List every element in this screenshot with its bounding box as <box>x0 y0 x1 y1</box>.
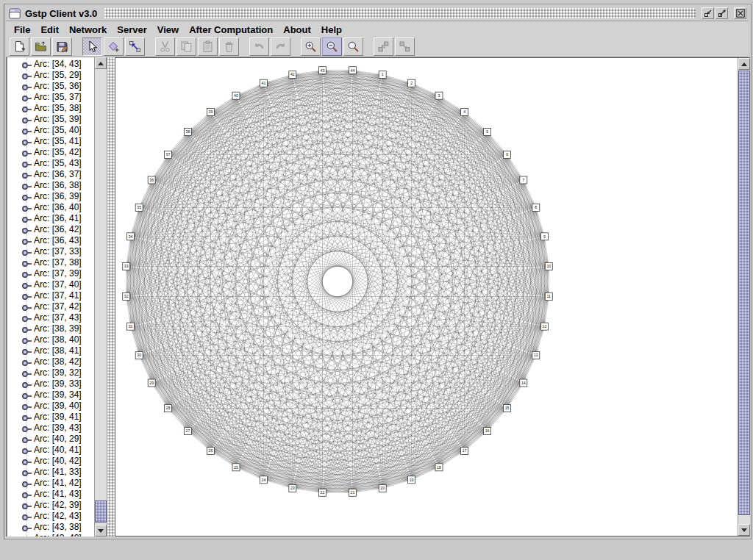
tree-item[interactable]: Arc: [36, 37] <box>7 168 94 179</box>
menu-about[interactable]: About <box>278 23 316 37</box>
tree-node-icon[interactable] <box>21 203 33 212</box>
tree-node-icon[interactable] <box>21 258 33 267</box>
tree-item[interactable]: Arc: [36, 39] <box>7 190 94 201</box>
graph-node[interactable]: 32 <box>123 293 130 301</box>
tree-item[interactable]: Arc: [40, 42] <box>7 455 94 466</box>
tree-item[interactable]: Arc: [37, 42] <box>7 301 94 312</box>
tree-node-icon[interactable] <box>21 346 33 355</box>
tree-item[interactable]: Arc: [37, 39] <box>7 268 94 279</box>
tree-node-icon[interactable] <box>21 104 33 112</box>
graph-node[interactable]: 31 <box>127 323 135 330</box>
tree-item[interactable]: Arc: [41, 43] <box>7 488 94 499</box>
graph-node[interactable]: 34 <box>127 233 135 240</box>
tree-node-icon[interactable] <box>21 126 33 134</box>
menu-network[interactable]: Network <box>64 23 112 37</box>
tree-node-icon[interactable] <box>21 236 33 245</box>
tree-item[interactable]: Arc: [41, 42] <box>7 477 94 488</box>
menu-file[interactable]: File <box>9 23 35 37</box>
tree-node-icon[interactable] <box>21 159 33 168</box>
tree-item[interactable]: Arc: [35, 39] <box>7 113 94 124</box>
tree-node-icon[interactable] <box>21 434 33 443</box>
tree-item[interactable]: Arc: [35, 36] <box>7 80 94 91</box>
add-node-tool-button[interactable] <box>104 37 124 56</box>
tree-node-icon[interactable] <box>21 467 33 476</box>
tree-node-icon[interactable] <box>21 225 33 234</box>
tree-scroll-up-button[interactable] <box>95 57 107 69</box>
graph-node[interactable]: 38 <box>184 128 191 135</box>
graph-node[interactable]: 29 <box>148 379 155 387</box>
zoom-button[interactable] <box>343 37 363 56</box>
tree-item[interactable]: Arc: [39, 32] <box>7 367 94 378</box>
tree-item[interactable]: Arc: [42, 43] <box>7 510 94 521</box>
graph-node[interactable]: 33 <box>123 263 130 270</box>
tree-item[interactable]: Arc: [38, 40] <box>7 334 94 345</box>
graph-node[interactable]: 27 <box>184 428 191 435</box>
graph-node[interactable]: 21 <box>349 489 357 496</box>
tree-node-icon[interactable] <box>21 324 33 333</box>
menu-edit[interactable]: Edit <box>35 23 64 37</box>
graph-node[interactable]: 15 <box>504 405 511 412</box>
tree-item[interactable]: Arc: [38, 39] <box>7 323 94 334</box>
graph-node[interactable]: 24 <box>260 476 267 484</box>
canvas-scrollbar[interactable] <box>738 58 750 536</box>
graph-node[interactable]: 40 <box>232 92 240 99</box>
tree-node-icon[interactable] <box>21 500 33 509</box>
graph-node[interactable]: 43 <box>319 67 326 74</box>
graph-node[interactable]: 10 <box>545 263 552 270</box>
graph-node[interactable]: 9 <box>540 233 548 240</box>
tree-item[interactable]: Arc: [39, 33] <box>7 378 94 389</box>
graph-node[interactable]: 20 <box>379 484 386 492</box>
tree-item[interactable]: Arc: [38, 41] <box>7 345 94 356</box>
tree-item[interactable]: Arc: [36, 42] <box>7 223 94 234</box>
tree-node-icon[interactable] <box>21 390 33 399</box>
tree-item[interactable]: Arc: [42, 39] <box>7 499 94 510</box>
graph-node[interactable]: 19 <box>408 476 415 484</box>
graph-node[interactable]: 3 <box>435 92 443 99</box>
graph-node[interactable]: 14 <box>520 379 527 387</box>
zoom-in-button[interactable] <box>301 37 321 56</box>
graph-node[interactable]: 4 <box>461 108 468 115</box>
graph-node[interactable]: 36 <box>148 176 155 184</box>
tree-node-icon[interactable] <box>21 445 33 454</box>
graph-node[interactable]: 25 <box>232 464 240 471</box>
title-bar[interactable]: Gstp Client v3.0 <box>6 6 748 21</box>
graph-node[interactable]: 1 <box>379 71 386 79</box>
menu-after-computation[interactable]: After Computation <box>184 23 278 37</box>
tree-scrollbar[interactable] <box>94 57 107 536</box>
graph-node[interactable]: 41 <box>260 79 267 87</box>
tree-node-icon[interactable] <box>21 93 33 101</box>
tree-item[interactable]: Arc: [39, 40] <box>7 400 94 411</box>
tree-node-icon[interactable] <box>21 214 33 223</box>
graph-node[interactable]: 42 <box>289 71 296 79</box>
select-tool-button[interactable] <box>82 37 102 56</box>
open-file-button[interactable] <box>31 37 51 56</box>
tree-item[interactable]: Arc: [37, 40] <box>7 279 94 290</box>
canvas-scroll-down-button[interactable] <box>738 524 750 536</box>
graph-node[interactable]: 30 <box>135 352 143 359</box>
tree-node-icon[interactable] <box>21 291 33 300</box>
tree-item[interactable]: Arc: [36, 38] <box>7 179 94 190</box>
tree-item[interactable]: Arc: [40, 29] <box>7 433 94 444</box>
graph-node[interactable]: 22 <box>319 489 326 496</box>
tree-node-icon[interactable] <box>21 401 33 410</box>
tree-node-icon[interactable] <box>21 82 33 90</box>
tree-item[interactable]: Arc: [35, 42] <box>7 146 94 157</box>
graph-node[interactable]: 23 <box>289 484 296 492</box>
tree-node-icon[interactable] <box>21 302 33 311</box>
graph-node[interactable]: 17 <box>461 448 468 455</box>
tree-node-icon[interactable] <box>21 357 33 366</box>
tree-item[interactable]: Arc: [36, 43] <box>7 234 94 245</box>
graph-node[interactable]: 12 <box>540 323 548 330</box>
tree-node-icon[interactable] <box>21 280 33 289</box>
minimize-button[interactable] <box>702 7 714 19</box>
tree-node-icon[interactable] <box>21 148 33 157</box>
tree-item[interactable]: Arc: [37, 43] <box>7 312 94 323</box>
tree-item[interactable]: Arc: [41, 33] <box>7 466 94 477</box>
tree-item[interactable]: Arc: [37, 41] <box>7 290 94 301</box>
panel-splitter[interactable] <box>107 57 115 536</box>
tree-scroll-down-button[interactable] <box>95 525 107 536</box>
canvas-scroll-up-button[interactable] <box>738 58 750 70</box>
tree-node-icon[interactable] <box>21 247 33 256</box>
tree-item[interactable]: Arc: [35, 29] <box>7 69 94 80</box>
tree-node-icon[interactable] <box>21 192 33 201</box>
